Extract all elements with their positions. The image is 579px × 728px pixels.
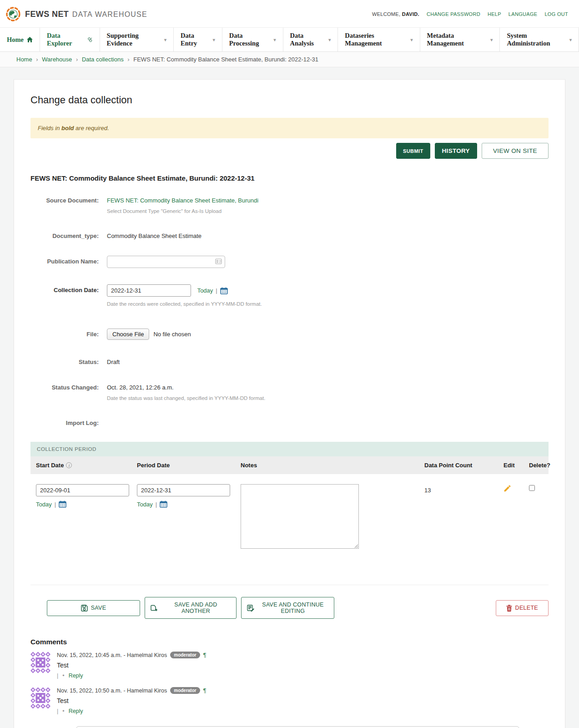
delete-button[interactable]: DELETE xyxy=(496,600,549,616)
submit-button[interactable]: SUBMIT xyxy=(396,143,430,159)
chevron-down-icon: ▾ xyxy=(274,37,276,42)
nav-item-system-administration[interactable]: System Administration▾ xyxy=(500,28,579,51)
top-actions: SUBMIT HISTORY VIEW ON SITE xyxy=(30,143,549,159)
breadcrumb-warehouse[interactable]: Warehouse xyxy=(42,56,72,63)
avatar xyxy=(30,687,50,709)
edit-pencil-icon[interactable] xyxy=(498,474,524,555)
nav-item-metadata-management[interactable]: Metadata Management▾ xyxy=(420,28,500,51)
nav-item-data-analysis[interactable]: Data Analysis▾ xyxy=(283,28,338,51)
logo-secondary-text: DATA WAREHOUSE xyxy=(72,10,147,18)
delete-checkbox[interactable] xyxy=(529,485,535,491)
logout-link[interactable]: LOG OUT xyxy=(544,11,568,17)
comment-form: SEND PREVIEW xyxy=(76,726,549,728)
help-link[interactable]: HELP xyxy=(488,11,501,17)
calendar-icon[interactable] xyxy=(220,287,228,294)
avatar xyxy=(30,652,50,673)
nav-item-data-explorer[interactable]: Data Explorer xyxy=(40,28,100,51)
nav-item-dataseries-management[interactable]: Dataseries Management▾ xyxy=(338,28,420,51)
period-date-input[interactable] xyxy=(137,484,230,496)
collection-period-table-header: Start Date i Period Date Notes Data Poin… xyxy=(30,456,549,474)
field-label: File: xyxy=(30,329,99,340)
comment-body: Test xyxy=(57,662,206,669)
nav-item-data-processing[interactable]: Data Processing▾ xyxy=(222,28,283,51)
moderator-badge: moderator xyxy=(170,652,200,658)
info-icon: i xyxy=(66,462,72,468)
start-date-input[interactable] xyxy=(36,484,129,496)
field-label: Status: xyxy=(30,356,99,365)
comment-item: Nov. 15, 2022, 10:45 a.m. - Hamelmal Kir… xyxy=(30,652,549,679)
notes-textarea[interactable] xyxy=(241,484,359,549)
comment-item: Nov. 15, 2022, 10:50 a.m. - Hamelmal Kir… xyxy=(30,687,549,714)
save-button[interactable]: SAVE xyxy=(47,600,140,616)
nav-item-data-entry[interactable]: Data Entry▾ xyxy=(174,28,222,51)
separator: | xyxy=(216,287,217,294)
permalink-icon[interactable]: ¶ xyxy=(203,688,206,694)
breadcrumb-separator: › xyxy=(36,56,38,63)
object-heading: FEWS NET: Commodity Balance Sheet Estima… xyxy=(30,174,549,182)
field-status: Status: Draft xyxy=(30,356,549,365)
today-link[interactable]: Today xyxy=(36,501,52,508)
collection-date-input[interactable] xyxy=(107,284,191,297)
col-notes: Notes xyxy=(235,456,419,474)
app-header: FEWS NET DATA WAREHOUSE WELCOME, DAVID. … xyxy=(0,0,579,27)
field-import-log: Import Log: xyxy=(30,417,549,426)
username: DAVID. xyxy=(402,11,419,17)
field-label: Source Document: xyxy=(30,195,99,214)
publication-name-input[interactable] xyxy=(107,256,225,268)
language-link[interactable]: LANGUAGE xyxy=(509,11,538,17)
comments-title: Comments xyxy=(30,638,549,646)
history-button[interactable]: HISTORY xyxy=(435,143,477,159)
required-fields-note: Fields in bold are required. xyxy=(30,118,549,138)
today-link[interactable]: Today xyxy=(197,287,213,294)
content-card: Change data collection Fields in bold ar… xyxy=(14,79,565,728)
flag-separator: | xyxy=(57,708,58,714)
lookup-card-icon[interactable] xyxy=(215,258,222,264)
nav-item-supporting-evidence[interactable]: Supporting Evidence▾ xyxy=(100,28,174,51)
chevron-down-icon: ▾ xyxy=(490,37,493,42)
calendar-icon[interactable] xyxy=(59,500,66,508)
separator: | xyxy=(156,501,157,508)
today-link[interactable]: Today xyxy=(137,501,153,508)
col-delete: Delete? xyxy=(524,456,555,474)
field-label: Status Changed: xyxy=(30,382,99,401)
user-tools: WELCOME, DAVID. CHANGE PASSWORD HELP LAN… xyxy=(372,11,568,17)
comment-textarea[interactable] xyxy=(76,726,519,728)
logo[interactable]: FEWS NET DATA WAREHOUSE xyxy=(5,6,147,22)
save-and-add-another-button[interactable]: SAVE AND ADD ANOTHER xyxy=(145,597,237,619)
choose-file-button[interactable]: Choose File xyxy=(107,329,149,340)
add-another-icon xyxy=(151,605,158,612)
breadcrumb-current: FEWS NET: Commodity Balance Sheet Estima… xyxy=(133,56,318,63)
help-text: Date the status was last changed, specif… xyxy=(107,395,265,401)
globe-logo-icon xyxy=(5,6,21,22)
form-actions: SAVE SAVE AND ADD ANOTHER SAVE AND CONTI… xyxy=(30,597,549,619)
reply-link[interactable]: Reply xyxy=(69,672,83,679)
breadcrumb-data-collections[interactable]: Data collections xyxy=(82,56,124,63)
breadcrumb-home[interactable]: Home xyxy=(16,56,32,63)
document-type-value: Commodity Balance Sheet Estimate xyxy=(107,230,201,239)
field-label: Document_type: xyxy=(30,230,99,239)
field-document-type: Document_type: Commodity Balance Sheet E… xyxy=(30,230,549,239)
breadcrumb-separator: › xyxy=(76,56,78,63)
reply-link[interactable]: Reply xyxy=(69,708,83,714)
field-publication-name: Publication Name: xyxy=(30,256,549,268)
comment-body: Test xyxy=(57,697,206,704)
save-and-continue-editing-button[interactable]: SAVE AND CONTINUE EDITING xyxy=(241,597,334,619)
welcome-text: WELCOME, DAVID. xyxy=(372,11,419,17)
field-label: Collection Date: xyxy=(30,284,99,307)
source-document-link[interactable]: FEWS NET: Commodity Balance Sheet Estima… xyxy=(107,197,258,204)
nav-item-home[interactable]: Home xyxy=(0,28,40,51)
calendar-icon[interactable] xyxy=(160,500,167,508)
dot-separator: • xyxy=(62,672,64,679)
external-link-icon xyxy=(87,37,93,43)
status-changed-value: Oct. 28, 2021, 12:26 a.m. xyxy=(107,384,174,391)
change-password-link[interactable]: CHANGE PASSWORD xyxy=(427,11,480,17)
field-file: File: Choose File No file chosen xyxy=(30,329,549,340)
divider xyxy=(30,585,549,585)
view-on-site-button[interactable]: VIEW ON SITE xyxy=(482,143,549,159)
field-source-document: Source Document: FEWS NET: Commodity Bal… xyxy=(30,195,549,214)
main-nav: Home Data Explorer Supporting Evidence▾ … xyxy=(0,27,579,52)
dot-separator: • xyxy=(62,708,64,714)
permalink-icon[interactable]: ¶ xyxy=(203,652,206,658)
comments-section: Comments xyxy=(30,638,549,728)
home-icon xyxy=(27,37,33,42)
